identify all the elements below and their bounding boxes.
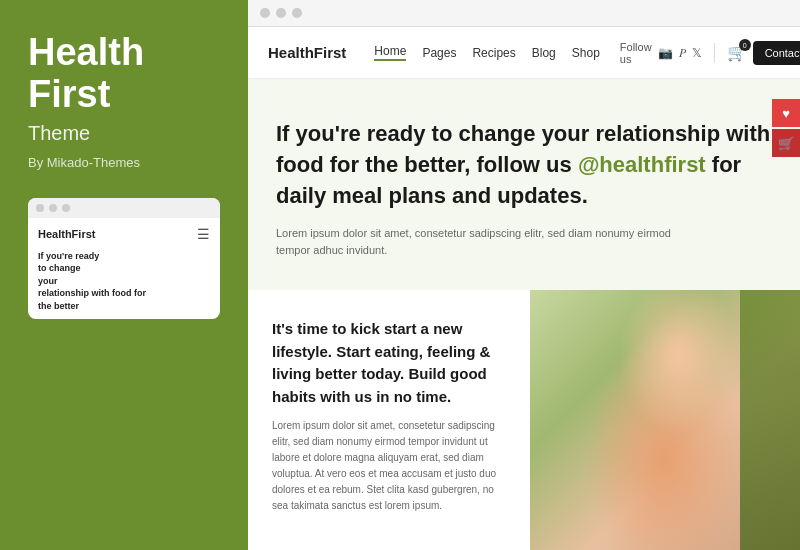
- hero-section: If you're ready to change your relations…: [248, 79, 800, 290]
- sidebar-subtitle: Theme: [28, 122, 220, 145]
- sidebar: Health First Theme By Mikado-Themes Heal…: [0, 0, 248, 550]
- content-image: [530, 290, 800, 550]
- nav-links: Home Pages Recipes Blog Shop: [374, 44, 599, 61]
- mini-browser-bar: [28, 198, 220, 218]
- cart-icon[interactable]: 🛒 0: [727, 43, 747, 62]
- follow-label: Follow us: [620, 41, 652, 65]
- mini-dot-3: [62, 204, 70, 212]
- content-left: It's time to kick start a new lifestyle.…: [248, 290, 530, 550]
- nav-divider: [714, 43, 715, 63]
- mini-hero-text: If you're ready to change your relations…: [38, 250, 210, 313]
- mini-browser-content: HealthFirst ☰ If you're ready to change …: [28, 218, 220, 319]
- sidebar-by: By Mikado-Themes: [28, 155, 220, 170]
- chrome-dot-3: [292, 8, 302, 18]
- cart-badge: 0: [739, 39, 751, 51]
- website-preview: HealthFirst Home Pages Recipes Blog Shop…: [248, 27, 800, 550]
- sidebar-title: Health First: [28, 32, 220, 116]
- mini-browser-preview: HealthFirst ☰ If you're ready to change …: [28, 198, 220, 319]
- side-icons: ♥ 🛒: [772, 99, 800, 157]
- chrome-dot-1: [260, 8, 270, 18]
- contact-button[interactable]: Contact us: [753, 41, 800, 65]
- nav-link-blog[interactable]: Blog: [532, 46, 556, 60]
- content-section: It's time to kick start a new lifestyle.…: [248, 290, 800, 550]
- content-heading: It's time to kick start a new lifestyle.…: [272, 318, 506, 408]
- main-area: HealthFirst Home Pages Recipes Blog Shop…: [248, 0, 800, 550]
- side-icon-cart: 🛒: [772, 129, 800, 157]
- hero-handle: @healthfirst: [578, 152, 706, 177]
- side-icon-heart: ♥: [772, 99, 800, 127]
- nav-link-pages[interactable]: Pages: [422, 46, 456, 60]
- mini-dot-2: [49, 204, 57, 212]
- mini-logo: HealthFirst: [38, 228, 95, 240]
- nav-follow: Follow us 📷 𝑃 𝕏 🛒 0 Contact us: [620, 41, 800, 65]
- mini-nav: HealthFirst ☰: [38, 226, 210, 242]
- nav-link-home[interactable]: Home: [374, 44, 406, 61]
- site-logo: HealthFirst: [268, 44, 346, 61]
- twitter-icon[interactable]: 𝕏: [692, 46, 702, 60]
- hero-subtext: Lorem ipsum dolor sit amet, consetetur s…: [276, 225, 676, 258]
- instagram-icon[interactable]: 📷: [658, 46, 673, 60]
- hero-heading: If you're ready to change your relations…: [276, 119, 772, 211]
- browser-chrome: [248, 0, 800, 27]
- content-body: Lorem ipsum dolor sit amet, consetetur s…: [272, 418, 506, 514]
- site-nav: HealthFirst Home Pages Recipes Blog Shop…: [248, 27, 800, 79]
- nav-link-shop[interactable]: Shop: [572, 46, 600, 60]
- nav-link-recipes[interactable]: Recipes: [472, 46, 515, 60]
- chrome-dot-2: [276, 8, 286, 18]
- mini-dot-1: [36, 204, 44, 212]
- mini-hamburger-icon: ☰: [197, 226, 210, 242]
- pinterest-icon[interactable]: 𝑃: [679, 46, 686, 60]
- greenery-bg: [740, 290, 800, 550]
